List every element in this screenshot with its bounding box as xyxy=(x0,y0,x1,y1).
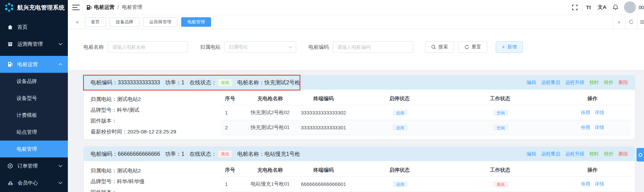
sidebar-item-label: 运营商管理 xyxy=(17,41,54,47)
logo-icon xyxy=(4,2,14,13)
gun-table-row: 1 快充测试2号枪02 3333333333333302 启用 空闲 停用详情 xyxy=(221,105,631,120)
pile-card: 电桩编码：66666666666666 功率：1 在线状态：离线 电桩名称：电站… xyxy=(83,147,635,192)
gun-table: 序号 充电枪名称 终端编码 启停状态 工作状态 操作 1 电站慢充1号枪01 6… xyxy=(221,161,635,192)
sidebar-item-label: 站点管理 xyxy=(17,129,37,135)
pile-code-field-label: 电桩编码： xyxy=(91,79,118,86)
pile-card-body: 归属电站：测试电站2 品牌型号：科华/测试 固件版本： 最新校价时间：2025-… xyxy=(84,90,635,140)
charging-pile-icon xyxy=(87,5,92,10)
stop-gun-link[interactable]: 停用 xyxy=(581,181,590,187)
sidebar-item-pile-operation[interactable]: 电桩运营 xyxy=(0,56,68,73)
tab-pile-management[interactable]: 电桩管理 xyxy=(181,17,211,27)
time-calibration-link[interactable]: 校时 xyxy=(589,80,599,86)
breadcrumb-section[interactable]: 电桩运营 xyxy=(87,4,114,10)
tab-controls: » xyxy=(613,15,644,29)
tab-device-brand[interactable]: 设备品牌 xyxy=(110,17,139,27)
sidebar-item-pile-management[interactable]: 电桩管理 xyxy=(0,141,68,157)
breadcrumb-separator: / xyxy=(117,4,119,10)
power-value: 1 xyxy=(182,151,185,157)
translate-icon[interactable]: 文A xyxy=(595,0,609,15)
username-text: 00 xyxy=(639,5,644,10)
side-panel-handle-button[interactable] xyxy=(637,148,644,162)
col-start-stop: 启停状态 xyxy=(352,167,447,173)
breadcrumb: 电桩运营 / 电桩管理 xyxy=(87,4,142,10)
gun-no: 1 xyxy=(221,110,246,115)
font-size-icon[interactable]: Tt xyxy=(582,0,595,15)
notifications-bell-icon[interactable] xyxy=(609,0,622,15)
station-select[interactable]: 归属电站 xyxy=(225,41,296,53)
sidebar-item-label: 电桩管理 xyxy=(17,146,37,152)
remote-upgrade-link[interactable]: 远程升级 xyxy=(565,80,584,86)
pile-card-header: 电桩编码：33333333333333 功率：1 在线状态：在线 电桩名称：快充… xyxy=(84,76,635,90)
remote-reboot-link[interactable]: 远程重启 xyxy=(541,80,560,86)
tab-label: 运营商管理 xyxy=(149,19,171,25)
station-detail-value: 测试电站2 xyxy=(117,168,141,173)
work-status-badge: 空闲 xyxy=(494,125,508,130)
tab-options-icon-clipped[interactable] xyxy=(637,15,644,29)
station-detail-label: 归属电站： xyxy=(91,168,117,173)
add-button[interactable]: + 新增 xyxy=(496,41,523,53)
pile-name-input[interactable] xyxy=(108,41,188,53)
pile-code-input[interactable] xyxy=(333,41,413,53)
station-select-placeholder: 归属电站 xyxy=(229,44,248,50)
time-calibration-link[interactable]: 校时 xyxy=(589,151,599,157)
remote-reboot-link[interactable]: 远程重启 xyxy=(541,151,560,157)
edit-link[interactable]: 编辑 xyxy=(527,151,536,157)
gun-detail-link[interactable]: 详情 xyxy=(595,181,604,187)
col-terminal-code: 终端编码 xyxy=(295,167,352,173)
reset-button[interactable]: 重置 xyxy=(458,41,487,53)
gun-detail-link[interactable]: 详情 xyxy=(595,110,604,116)
home-icon xyxy=(7,24,13,30)
edit-link[interactable]: 编辑 xyxy=(527,80,536,86)
sidebar-item-members[interactable]: 会员中心 xyxy=(0,174,68,191)
filter-pile-name: 电桩名称 xyxy=(83,41,188,53)
power-field-label: 功率： xyxy=(165,79,182,86)
search-button[interactable]: 搜索 xyxy=(425,41,454,53)
col-no: 序号 xyxy=(221,167,246,173)
sidebar-item-orders[interactable]: 订单管理 xyxy=(0,157,68,174)
sidebar-item-station-management[interactable]: 站点管理 xyxy=(0,124,68,141)
brand-detail: 品牌型号：科华/测试 xyxy=(91,105,221,115)
delete-link[interactable]: 删除 xyxy=(619,151,628,157)
sidebar-item-operators[interactable]: 运营商管理 xyxy=(0,36,68,52)
tabbar: « 首页 设备品牌 运营商管理 电桩管理 » xyxy=(68,15,644,29)
delete-link[interactable]: 删除 xyxy=(619,80,628,86)
gun-terminal-code: 6666666666666601 xyxy=(295,181,352,187)
stop-gun-link[interactable]: 停用 xyxy=(581,110,590,116)
collapse-sidebar-icon[interactable] xyxy=(72,5,80,10)
refresh-tab-icon[interactable] xyxy=(625,15,637,29)
pile-name-value: 快充测试2号枪 xyxy=(264,79,300,86)
gun-terminal-code: 3333333333333302 xyxy=(295,110,352,115)
sidebar-item-device-model[interactable]: 设备型号 xyxy=(0,90,68,107)
gear-icon xyxy=(639,153,642,157)
sidebar-item-home[interactable]: 首页 xyxy=(0,19,68,36)
pile-details: 归属电站：测试电站2 品牌型号：科华/测试 固件版本： 最新校价时间：2025-… xyxy=(84,90,221,140)
pile-name-value: 电站慢充1号枪 xyxy=(264,151,300,158)
start-stop-badge: 启用 xyxy=(393,181,407,187)
chevron-up-icon xyxy=(58,63,62,66)
gun-no: 2 xyxy=(221,125,246,130)
station-label: 归属电站 xyxy=(200,44,221,50)
tab-operators[interactable]: 运营商管理 xyxy=(143,17,177,27)
filter-pile-code: 电桩编码 xyxy=(308,41,413,53)
tab-home[interactable]: 首页 xyxy=(85,17,106,27)
stop-gun-link[interactable]: 停用 xyxy=(581,125,590,131)
gun-name: 快充测试2号枪02 xyxy=(246,109,295,116)
sidebar-item-device-brand[interactable]: 设备品牌 xyxy=(0,73,68,90)
gun-table-header: 序号 充电枪名称 终端编码 启停状态 工作状态 操作 xyxy=(221,164,631,177)
tabs-scroll-right-icon[interactable]: » xyxy=(613,15,625,29)
user-avatar[interactable] xyxy=(624,1,636,13)
chevron-down-icon xyxy=(58,182,62,184)
price-calibration-link[interactable]: 校价 xyxy=(604,151,613,157)
filter-panel: 电桩名称 归属电站 归属电站 电桩编码 搜索 xyxy=(68,29,644,70)
tabs-scroll-left-icon[interactable]: « xyxy=(73,19,81,25)
calib-time-detail-value: 2025-08-12 23:25:29 xyxy=(128,129,176,134)
gun-detail-link[interactable]: 详情 xyxy=(595,125,604,131)
fullscreen-icon[interactable] xyxy=(568,0,582,15)
price-calibration-link[interactable]: 校价 xyxy=(604,80,613,86)
tab-list: 首页 设备品牌 运营商管理 电桩管理 xyxy=(85,17,211,27)
app-root: 航兴充电管理系统 首页 运营商管理 电桩运营 设备品牌 设备型号 xyxy=(0,0,644,192)
online-status-field-label: 在线状态： xyxy=(189,151,216,158)
work-status-badge: 空闲 xyxy=(494,110,508,115)
sidebar-item-billing-template[interactable]: 计费模板 xyxy=(0,107,68,124)
remote-upgrade-link[interactable]: 远程升级 xyxy=(565,151,584,157)
